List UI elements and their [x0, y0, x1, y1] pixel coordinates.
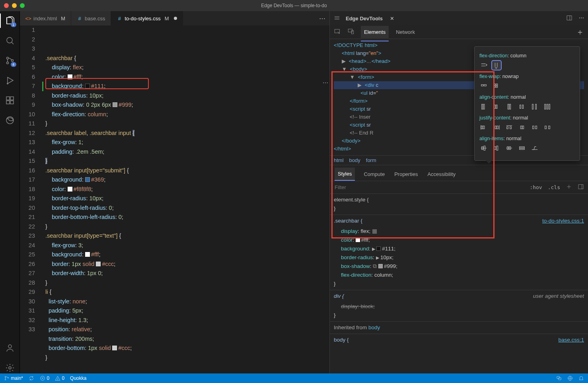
svg-point-71	[5, 376, 6, 377]
toggle-sidebar-icon[interactable]	[578, 184, 584, 191]
svg-rect-49	[520, 126, 522, 129]
branch-status[interactable]: main*	[4, 375, 23, 381]
editor-tab[interactable]: #base.css	[71, 11, 111, 25]
svg-rect-32	[520, 105, 521, 109]
live-share-icon[interactable]	[567, 375, 573, 381]
css-file-icon: #	[117, 16, 122, 21]
explorer-icon[interactable]: 1	[4, 15, 16, 26]
svg-point-1	[6, 57, 8, 59]
window-controls[interactable]	[4, 3, 25, 8]
maximize-window-icon[interactable]	[20, 3, 25, 8]
flex-option-icon[interactable]	[492, 144, 501, 152]
code-editor[interactable]: 1234567891011121314151617181920212223242…	[20, 25, 329, 373]
minimize-window-icon[interactable]	[12, 3, 17, 8]
run-debug-icon[interactable]	[4, 75, 16, 86]
flex-option-icon[interactable]	[492, 102, 501, 111]
editor-tab-bar: <>index.htmlM#base.css#to-do-styles.cssM…	[20, 11, 329, 25]
flex-option-icon[interactable]	[530, 144, 539, 152]
flex-option-icon[interactable]	[543, 123, 552, 132]
editor-tab[interactable]: #to-do-styles.cssM	[111, 11, 183, 25]
inspect-icon[interactable]	[334, 28, 341, 36]
quokka-status[interactable]: Quokka	[70, 375, 86, 381]
flex-option-icon[interactable]	[479, 123, 488, 132]
svg-rect-35	[535, 104, 537, 109]
svg-rect-31	[510, 104, 511, 109]
flex-option-icon[interactable]	[505, 144, 514, 152]
svg-rect-59	[495, 147, 496, 149]
new-style-rule-icon[interactable]	[566, 184, 572, 191]
editor-tab[interactable]: <>index.htmlM	[20, 11, 71, 25]
cls-toggle[interactable]: .cls	[548, 184, 560, 190]
extensions-icon[interactable]	[4, 95, 16, 106]
styles-subtab[interactable]: Accessibility	[426, 168, 456, 180]
breadcrumb-item[interactable]: body	[349, 157, 360, 163]
flex-option-icon[interactable]	[518, 144, 526, 152]
breadcrumb-item[interactable]: form	[366, 157, 376, 163]
svg-rect-24	[494, 86, 496, 88]
flex-option-icon[interactable]	[479, 82, 488, 90]
stylesheet-link[interactable]: to-do-styles.css:1	[542, 217, 584, 225]
flex-option-icon[interactable]	[505, 102, 514, 111]
more-actions-icon[interactable]: ⋯	[319, 15, 325, 22]
styles-subtab[interactable]: Styles	[335, 168, 355, 181]
svg-rect-34	[532, 104, 533, 109]
styles-pane[interactable]: element.style {}to-do-styles.css:1.searc…	[330, 194, 588, 348]
flex-option-icon[interactable]	[479, 102, 488, 111]
flex-option-icon[interactable]	[530, 102, 539, 111]
devtools-menu-icon[interactable]	[334, 15, 340, 22]
edge-icon[interactable]	[4, 115, 16, 126]
layout-icon[interactable]	[566, 15, 572, 22]
flex-option-icon[interactable]	[505, 123, 514, 132]
flex-option-icon[interactable]	[492, 82, 501, 90]
svg-rect-27	[483, 104, 485, 109]
modified-indicator: M	[61, 16, 65, 21]
flex-option-icon[interactable]	[518, 123, 526, 132]
warnings-status[interactable]: 0	[55, 375, 64, 381]
close-window-icon[interactable]	[4, 3, 9, 8]
svg-rect-23	[496, 84, 498, 86]
flex-option-icon[interactable]	[543, 102, 552, 111]
source-control-icon[interactable]: 4	[4, 55, 16, 66]
hov-toggle[interactable]: :hov	[530, 184, 542, 190]
more-icon[interactable]: ⋯	[579, 15, 584, 22]
account-icon[interactable]	[4, 342, 16, 354]
html-file-icon: <>	[25, 16, 31, 21]
styles-subtab[interactable]: Compute	[363, 168, 386, 180]
stylesheet-link[interactable]: base.css:1	[558, 336, 584, 344]
search-icon[interactable]	[4, 35, 16, 46]
flex-option-icon[interactable]	[530, 123, 539, 132]
add-tab-icon[interactable]: ＋	[576, 27, 584, 37]
devtools-close-icon[interactable]: ✕	[390, 16, 394, 21]
expand-dots-icon[interactable]: ⋯	[323, 79, 329, 87]
flex-option-icon[interactable]	[518, 102, 526, 111]
svg-rect-53	[545, 126, 547, 129]
svg-rect-28	[495, 105, 496, 109]
svg-point-2	[6, 62, 8, 64]
svg-rect-40	[483, 126, 485, 129]
flex-option-icon[interactable]	[479, 144, 488, 152]
settings-gear-icon[interactable]	[4, 362, 16, 373]
errors-status[interactable]: 0	[40, 375, 49, 381]
network-tab[interactable]: Network	[395, 29, 416, 35]
sync-status[interactable]	[29, 375, 34, 381]
notification-bell-icon[interactable]	[578, 375, 584, 381]
tab-label: index.html	[33, 16, 57, 21]
flex-option-icon[interactable]	[479, 61, 488, 70]
breadcrumb-item[interactable]: html	[334, 157, 344, 163]
svg-rect-42	[495, 126, 496, 129]
svg-rect-64	[520, 147, 525, 148]
svg-rect-5	[6, 97, 10, 100]
modified-indicator: M	[165, 16, 169, 21]
elements-tab[interactable]: Elements	[361, 26, 389, 38]
device-toggle-icon[interactable]	[347, 28, 354, 36]
flex-option-icon[interactable]	[492, 61, 501, 70]
flex-option-icon[interactable]	[492, 123, 501, 132]
styles-filter-input[interactable]	[334, 184, 524, 191]
svg-rect-47	[510, 127, 512, 129]
devtools-title-bar: Edge DevTools ✕ ⋯	[330, 11, 588, 25]
styles-subtab[interactable]: Properties	[393, 168, 419, 180]
flexbox-popup[interactable]: flex-direction: columnflex-wrap: nowrapa…	[474, 46, 580, 161]
feedback-icon[interactable]	[556, 375, 562, 381]
devtools-title: Edge DevTools	[346, 16, 383, 21]
tab-label: to-do-styles.css	[125, 16, 160, 21]
